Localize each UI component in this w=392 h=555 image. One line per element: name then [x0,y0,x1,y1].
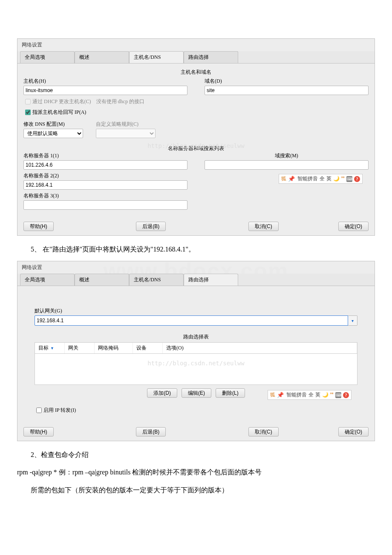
default-gateway-input[interactable] [35,315,348,326]
step5-text: 5、 在"路由选择"页面中将默认网关设为"192.168.4.1"。 [17,243,375,255]
back-button[interactable]: 后退(B) [136,222,166,231]
quote-icon: ❜❜ [341,176,345,182]
ime-en-2: 英 [315,391,320,399]
help-button[interactable]: 帮助(H) [23,222,54,231]
ns3-label: 名称服务器 3(3) [23,192,187,199]
route-col-options[interactable]: 选项(O) [163,343,357,353]
dhcp-hostname-checkbox[interactable] [25,99,31,104]
network-settings-window-routing: www.bdocx.com 网络设置 全局选项 概述 主机名/DNS 路由选择 … [17,261,375,441]
default-gateway-label: 默认网关(G) [35,307,357,315]
route-col-target[interactable]: 目标 ▼ [35,343,65,353]
route-col-netmask[interactable]: 网络掩码 [95,343,133,353]
ns2-input[interactable] [23,180,187,190]
pin-icon-2: 📌 [277,392,284,399]
edit-button[interactable]: 编辑(E) [182,388,211,398]
gateway-dropdown-icon[interactable]: ▾ [348,315,357,326]
keyboard-icon: ⌨ [346,176,352,182]
sort-icon: ▼ [50,346,54,350]
ok-button[interactable]: 确定(O) [338,222,369,231]
help-icon: ? [354,176,360,182]
tab-global[interactable]: 全局选项 [20,51,75,63]
ime-fox-icon: 狐 [281,175,286,182]
ns2-label: 名称服务器 2(2) [23,172,187,179]
domain-input[interactable] [205,86,369,95]
route-table: 目标 ▼ 网关 网络掩码 设备 选项(O) http://blog.csdn.n… [35,342,357,385]
ip-forward-checkbox[interactable] [36,408,42,413]
domain-label: 域名(D) [205,78,369,85]
ime-en: 英 [326,175,331,182]
help-icon-2: ? [343,392,349,398]
assign-hostname-label: 指派主机名给回写 IP(A) [32,109,86,116]
route-table-title: 路由选择表 [35,333,357,341]
step2-text: 2、检查包命令介绍 [17,449,375,460]
tab-routing[interactable]: 路由选择 [184,51,238,63]
ns1-label: 名称服务器 1(1) [23,152,187,159]
tab-bar-2: 全局选项 概述 主机名/DNS 路由选择 [17,274,375,286]
ime-cn: 全 [320,175,325,182]
watermark-url-2: http://blog.csdn.net/seulww [147,360,245,367]
route-col-gateway[interactable]: 网关 [65,343,95,353]
ns3-input[interactable] [23,200,187,210]
tab-hostname-dns-2[interactable]: 主机名/DNS [129,274,184,286]
window-title-2: 网络设置 [17,261,375,274]
tab-hostname-dns[interactable]: 主机名/DNS [129,51,184,63]
hostname-section-title: 主机名和域名 [23,69,369,76]
ime-indicator: 狐 📌 智能拼音 全 英 🌙 ❜❜ ⌨ ? [279,174,363,184]
assign-hostname-checkbox[interactable] [25,110,31,115]
hostname-input[interactable] [23,86,187,95]
route-col-device[interactable]: 设备 [133,343,163,353]
ns-search-title: 名称服务器和域搜索列表 [23,145,369,152]
window-title: 网络设置 [17,39,375,51]
hostname-label: 主机名(H) [23,78,187,85]
add-button[interactable]: 添加(D) [147,388,177,398]
cancel-button[interactable]: 取消(C) [248,222,279,231]
custom-policy-label: 自定义策略规则(C) [96,121,156,128]
dns-policy-select[interactable]: 使用默认策略 [23,129,83,138]
domain-search-input[interactable] [205,160,369,170]
tab-routing-2[interactable]: 路由选择 [184,274,238,286]
tab-overview-2[interactable]: 概述 [75,274,129,286]
tab-global-2[interactable]: 全局选项 [20,274,75,286]
moon-icon-2: 🌙 [322,392,329,398]
pkg-text: 所需的包如下（所安装的包的版本一定要大于等于下面列的版本） [17,484,375,496]
keyboard-icon-2: ⌨ [335,392,341,398]
custom-policy-select [96,129,156,138]
ok-button-2[interactable]: 确定(O) [338,427,369,436]
network-settings-window-dns: 网络设置 全局选项 概述 主机名/DNS 路由选择 主机名和域名 主机名(H) … [17,38,375,236]
ns1-input[interactable] [23,160,187,170]
ime-indicator-2: 狐 📌 智能拼音 全 英 🌙 ❜❜ ⌨ ? [268,390,352,400]
ime-cn-2: 全 [308,391,314,399]
tab-overview[interactable]: 概述 [75,51,129,63]
ime-fox-icon-2: 狐 [270,391,275,399]
rpm-text: rpm -qa|grep * 例：rpm –qa|grep binutils 检… [17,466,375,478]
ip-forward-label: 启用 IP 转发(I) [43,407,76,414]
help-button-2[interactable]: 帮助(H) [23,427,54,436]
dns-config-label: 修改 DNS 配置(M) [23,121,83,128]
dhcp-hostname-note: 没有使用 dhcp 的接口 [96,98,144,105]
cancel-button-2[interactable]: 取消(C) [248,427,279,436]
domain-search-label: 域搜索(M) [205,152,369,159]
quote-icon-2: ❜❜ [330,392,334,398]
back-button-2[interactable]: 后退(B) [136,427,166,436]
moon-icon: 🌙 [333,176,340,182]
delete-button[interactable]: 删除(L) [216,388,245,398]
ime-mode: 智能拼音 [297,175,318,182]
ime-mode-2: 智能拼音 [286,391,307,399]
tab-bar: 全局选项 概述 主机名/DNS 路由选择 [17,51,375,64]
pin-icon: 📌 [288,176,295,182]
dhcp-hostname-label: 通过 DHCP 更改主机名(C) [32,98,91,105]
